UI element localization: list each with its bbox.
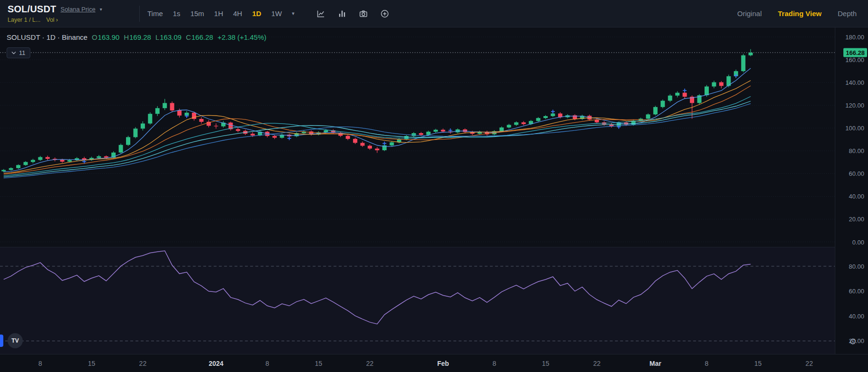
time-axis-label: 22 bbox=[805, 360, 813, 367]
time-axis-label: 8 bbox=[265, 360, 269, 367]
rsi-axis-label: 80.00 bbox=[849, 263, 864, 270]
time-axis-label: 15 bbox=[754, 360, 762, 367]
rsi-axis-label: 40.00 bbox=[849, 312, 864, 319]
interval-4h[interactable]: 4H bbox=[233, 9, 242, 18]
time-axis-label: 15 bbox=[88, 360, 95, 367]
rsi-pane[interactable] bbox=[0, 247, 835, 354]
interval-1d[interactable]: 1D bbox=[252, 9, 261, 18]
time-axis-label: 22 bbox=[593, 360, 601, 367]
price-axis-label: 160.00 bbox=[845, 56, 864, 64]
rsi-axis-label: 60.00 bbox=[849, 288, 864, 295]
interval-1h[interactable]: 1H bbox=[214, 9, 223, 18]
vol-chevron-icon: › bbox=[56, 16, 58, 23]
rsi-indicator-chart[interactable] bbox=[0, 247, 835, 354]
view-mode-tabs: Original Trading View Depth bbox=[737, 9, 860, 18]
time-axis-label: Feb bbox=[437, 360, 449, 367]
candlestick-chart[interactable] bbox=[0, 27, 835, 247]
price-axis-label: 80.00 bbox=[849, 147, 864, 154]
interval-1w[interactable]: 1W bbox=[271, 9, 282, 18]
legend-high: H169.28 bbox=[124, 33, 151, 41]
rsi-line bbox=[4, 251, 751, 324]
legend-low: L163.09 bbox=[155, 33, 181, 41]
left-edge-tab[interactable] bbox=[0, 335, 3, 347]
interval-dropdown-caret-icon[interactable]: ▾ bbox=[292, 10, 295, 17]
time-axis-label: 2024 bbox=[208, 360, 223, 367]
price-axis-label: 40.00 bbox=[849, 193, 864, 200]
time-axis-label: 8 bbox=[38, 360, 42, 367]
indicator-count: 11 bbox=[19, 49, 26, 56]
price-axis-label: 0.00 bbox=[852, 238, 864, 245]
price-axis-label: 180.00 bbox=[845, 33, 864, 40]
legend-symbol[interactable]: SOLUSDT · 1D · Binance bbox=[7, 33, 88, 41]
legend-change: +2.38 (+1.45%) bbox=[217, 33, 266, 41]
last-price-tag: 166.28 bbox=[843, 48, 867, 57]
category-tag[interactable]: Layer 1 / L... bbox=[8, 17, 40, 23]
solana-price-link[interactable]: Solana Price bbox=[61, 6, 96, 13]
tab-trading-view[interactable]: Trading View bbox=[778, 9, 822, 18]
candles-layer bbox=[1, 49, 753, 172]
time-axis-label: 8 bbox=[492, 360, 496, 367]
chevron-down-icon bbox=[11, 51, 16, 54]
chart-region: SOLUSDT · 1D · Binance O163.90 H169.28 L… bbox=[0, 27, 868, 372]
legend-close: C166.28 bbox=[186, 33, 213, 41]
time-axis[interactable]: 81522202481522Feb81522Mar81522 bbox=[0, 354, 868, 372]
indicators-collapse-chip[interactable]: 11 bbox=[7, 47, 30, 58]
binance-trading-page: SOL/USDT Solana Price ▾ Layer 1 / L... V… bbox=[0, 0, 868, 372]
interval-toolbar: Time 1s 15m 1H 4H 1D 1W ▾ bbox=[147, 9, 294, 18]
time-axis-label: 8 bbox=[705, 360, 709, 367]
pane-divider[interactable] bbox=[0, 247, 835, 247]
price-axis[interactable]: 166.28 180.00160.00140.00120.00100.0080.… bbox=[835, 27, 868, 354]
ma-lines-layer bbox=[4, 68, 751, 178]
category-tag-label: Layer 1 / L... bbox=[8, 17, 40, 23]
time-axis-label: 22 bbox=[139, 360, 147, 367]
tradingview-logo[interactable]: TV bbox=[8, 333, 23, 348]
tab-original[interactable]: Original bbox=[737, 9, 762, 18]
plus-circle-icon[interactable] bbox=[380, 9, 389, 18]
time-dropdown[interactable]: Time bbox=[147, 9, 163, 18]
interval-1s[interactable]: 1s bbox=[173, 9, 181, 18]
time-axis-label: 15 bbox=[542, 360, 550, 367]
camera-icon[interactable] bbox=[359, 9, 368, 18]
price-axis-label: 20.00 bbox=[849, 216, 864, 223]
time-axis-label: Mar bbox=[650, 360, 661, 367]
interval-15m[interactable]: 15m bbox=[190, 9, 204, 18]
vol-tag-label: Vol bbox=[46, 17, 54, 23]
chart-legend: SOLUSDT · 1D · Binance O163.90 H169.28 L… bbox=[7, 33, 266, 41]
header-divider bbox=[139, 6, 140, 22]
symbol-dropdown-caret-icon[interactable]: ▾ bbox=[99, 7, 102, 12]
price-pane[interactable] bbox=[0, 27, 835, 247]
pair-title: SOL/USDT bbox=[8, 4, 56, 15]
chart-tools bbox=[316, 9, 389, 18]
vol-tag[interactable]: Vol › bbox=[46, 16, 58, 23]
symbol-block: SOL/USDT Solana Price ▾ Layer 1 / L... V… bbox=[8, 4, 132, 23]
chart-header-bar: SOL/USDT Solana Price ▾ Layer 1 / L... V… bbox=[0, 0, 868, 27]
tab-depth[interactable]: Depth bbox=[838, 9, 857, 18]
time-axis-label: 15 bbox=[315, 360, 323, 367]
line-chart-icon[interactable] bbox=[316, 9, 326, 18]
legend-open: O163.90 bbox=[92, 33, 120, 41]
price-axis-label: 140.00 bbox=[845, 79, 864, 86]
gear-icon[interactable]: ⚙ bbox=[849, 336, 857, 347]
bar-chart-icon[interactable] bbox=[337, 9, 347, 18]
price-axis-label: 60.00 bbox=[849, 170, 864, 177]
price-axis-label: 100.00 bbox=[845, 125, 864, 132]
time-axis-label: 22 bbox=[366, 360, 374, 367]
price-axis-label: 120.00 bbox=[845, 102, 864, 109]
